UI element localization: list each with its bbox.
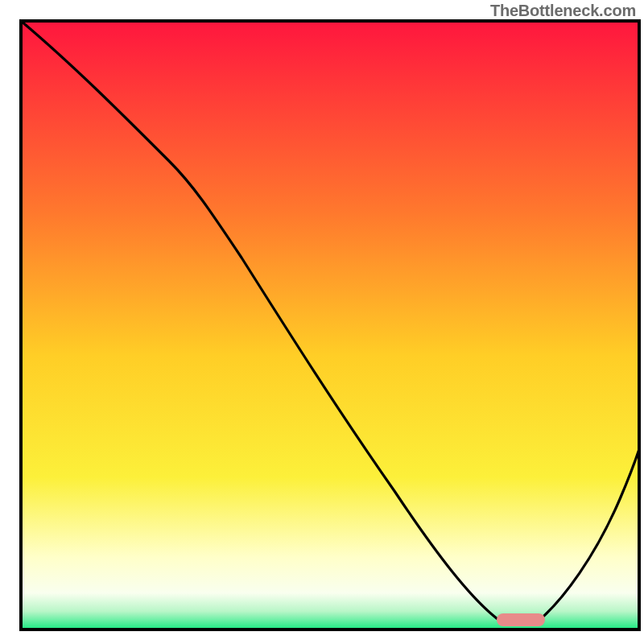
chart-container: TheBottleneck.com [0,0,644,644]
watermark-text: TheBottleneck.com [490,2,636,20]
bottleneck-chart [0,0,644,644]
plot-background [21,21,639,630]
optimal-marker [497,613,545,626]
